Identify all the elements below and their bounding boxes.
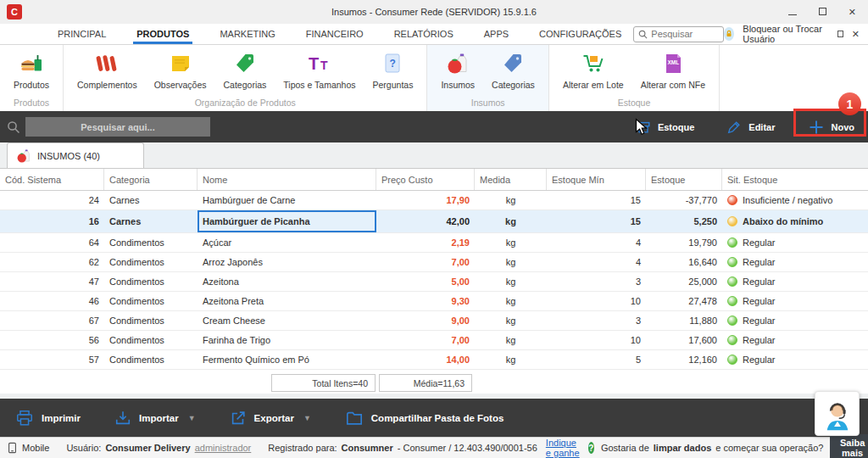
question-after: e começar sua operação?	[715, 443, 823, 453]
column-header-categoria[interactable]: Categoria	[104, 169, 198, 190]
ribbon-item-alterar-nfe[interactable]: XML Alterar com NFe	[632, 49, 714, 92]
cell-cod: 64	[0, 233, 104, 252]
table-row[interactable]: 24CarnesHambúrguer de Carne17,90kg15-37,…	[0, 191, 868, 210]
tab-marketing[interactable]: MARKETING	[220, 24, 275, 44]
importar-button[interactable]: Importar ▼	[114, 410, 196, 427]
table-row[interactable]: 56CondimentosFarinha de Trigo7,00kg1017,…	[0, 331, 868, 350]
tab-financeiro[interactable]: FINANCEIRO	[306, 24, 364, 44]
compartilhar-fotos-button[interactable]: Compartilhar Pasta de Fotos	[345, 410, 504, 427]
indique-ganhe-link[interactable]: Indique e ganhe	[546, 438, 581, 458]
ribbon-search-box[interactable]	[633, 26, 724, 42]
tab-principal[interactable]: PRINCIPAL	[58, 24, 106, 44]
ribbon-group-estoque: Alterar em Lote XML Alterar com NFe Esto…	[549, 45, 720, 111]
cell-situacao: Abaixo do mínimo	[722, 210, 868, 232]
column-header-medida[interactable]: Medida	[475, 169, 547, 190]
restore-window-button[interactable]	[837, 31, 843, 37]
grid-search-input[interactable]	[25, 117, 210, 137]
ribbon-item-perguntas[interactable]: ? Perguntas	[364, 49, 422, 92]
status-dot-green	[727, 316, 737, 326]
table-row[interactable]: 64CondimentosAçúcar2,19kg419,790Regular	[0, 233, 868, 253]
column-header-estoque_min[interactable]: Estoque Mín	[547, 169, 646, 190]
tab-produtos[interactable]: PRODUTOS	[136, 24, 189, 44]
cell-categoria: Condimentos	[104, 311, 198, 330]
mobile-status[interactable]: Mobile	[7, 442, 49, 454]
cell-preco: 7,00	[376, 253, 475, 271]
lock-switch-user-button[interactable]: Bloquear ou Trocar Usuário	[743, 24, 828, 44]
column-header-preco[interactable]: Preço Custo	[376, 169, 475, 190]
ribbon-item-tipos-tamanhos[interactable]: T T Tipos e Tamanhos	[275, 49, 364, 92]
question-doc-icon: ?	[380, 51, 405, 76]
sticky-note-icon	[168, 51, 193, 76]
cell-situacao: Regular	[722, 311, 868, 330]
table-row[interactable]: 46CondimentosAzeitona Preta9,30kg1027,47…	[0, 292, 868, 311]
table-row[interactable]: 57CondimentosFermento Químico em Pó14,00…	[0, 350, 868, 370]
status-label: Insuficiente / negativo	[743, 195, 832, 205]
editar-button[interactable]: Editar	[726, 120, 775, 135]
status-label: Regular	[743, 257, 776, 267]
column-header-cod[interactable]: Cód. Sistema	[0, 169, 104, 190]
ribbon-item-insumos[interactable]: Insumos	[432, 49, 483, 92]
cell-preco: 9,00	[376, 311, 475, 330]
status-dot-green	[727, 276, 737, 287]
support-widget[interactable]	[815, 391, 860, 436]
tt-letters-icon: T T	[307, 51, 332, 76]
novo-button-label: Novo	[832, 122, 855, 132]
ribbon-search-input[interactable]	[651, 29, 719, 39]
ribbon-item-categorias[interactable]: Categorias	[215, 49, 275, 92]
maximize-button[interactable]	[819, 7, 826, 17]
maximize-icon	[819, 8, 826, 15]
column-header-estoque[interactable]: Estoque	[646, 169, 722, 190]
chevron-down-icon[interactable]: ▼	[188, 414, 196, 422]
chevron-down-icon[interactable]: ▼	[303, 414, 311, 422]
tab-relatorios[interactable]: RELATÓRIOS	[394, 24, 453, 44]
status-dot-yellow	[727, 216, 737, 226]
ribbon-item-complementos[interactable]: Complementos	[69, 49, 146, 92]
table-row[interactable]: 62CondimentosArroz Japonês7,00kg416,640R…	[0, 253, 868, 272]
minimize-button[interactable]	[788, 7, 797, 17]
grid-summary-row: Total Itens=40 Média=11,63	[271, 374, 868, 392]
close-document-button[interactable]: ✕	[852, 30, 860, 39]
status-dot-red	[727, 195, 737, 205]
novo-button[interactable]: Novo	[808, 119, 855, 136]
cell-preco: 7,00	[376, 331, 475, 349]
ribbon-item-categorias-insumos[interactable]: Categorias	[483, 49, 543, 92]
cell-estoque: 16,640	[646, 253, 722, 271]
cell-estoque_min: 10	[547, 292, 646, 310]
close-button[interactable]: ✕	[849, 8, 856, 17]
tab-label: INSUMOS (40)	[37, 151, 100, 161]
ribbon-item-produtos[interactable]: Produtos	[5, 49, 58, 92]
cell-estoque_min: 4	[547, 253, 646, 271]
saiba-mais-button[interactable]: Saiba mais	[830, 434, 868, 458]
svg-text:T: T	[309, 54, 319, 73]
imprimir-button[interactable]: Imprimir	[15, 409, 81, 427]
cell-medida: kg	[475, 233, 547, 252]
ribbon-item-observacoes[interactable]: Observações	[146, 49, 215, 92]
ribbon-item-alterar-lote[interactable]: Alterar em Lote	[554, 49, 632, 92]
printer-icon	[15, 409, 34, 427]
cart-icon	[581, 51, 606, 76]
status-label: Abaixo do mínimo	[743, 216, 823, 226]
summary-total-items: Total Itens=40	[271, 374, 376, 392]
content-area: INSUMOS (40) Cód. SistemaCategoriaNomePr…	[0, 142, 868, 399]
tab-configuracoes[interactable]: CONFIGURAÇÕES	[539, 24, 621, 44]
tomato-bottle-icon	[445, 51, 470, 76]
table-row[interactable]: 47CondimentosAzeitona5,00kg325,000Regula…	[0, 272, 868, 292]
tab-apps[interactable]: APPS	[484, 24, 509, 44]
ribbon-group-produtos: Produtos Produtos	[0, 45, 64, 111]
column-header-nome[interactable]: Nome	[198, 169, 376, 190]
ribbon-item-label: Observações	[154, 80, 207, 90]
table-row[interactable]: 67CondimentosCream Cheese9,00kg311,880Re…	[0, 311, 868, 331]
grid-header-row: Cód. SistemaCategoriaNomePreço CustoMedi…	[0, 169, 868, 191]
exportar-button[interactable]: Exportar ▼	[230, 410, 311, 427]
tab-insumos-grid[interactable]: INSUMOS (40)	[7, 142, 144, 168]
cell-medida: kg	[475, 350, 547, 369]
user-role-link[interactable]: administrador	[195, 443, 252, 453]
estoque-button[interactable]: Estoque	[636, 120, 694, 135]
cell-cod: 57	[0, 350, 104, 369]
status-label: Regular	[743, 237, 776, 248]
cell-cod: 56	[0, 331, 104, 349]
table-row[interactable]: 16CarnesHambúrguer de Picanha42,00kg155,…	[0, 210, 868, 233]
cell-situacao: Regular	[722, 350, 868, 369]
cell-nome: Hambúrguer de Carne	[198, 191, 376, 209]
column-header-situacao[interactable]: Sit. Estoque	[722, 169, 868, 190]
